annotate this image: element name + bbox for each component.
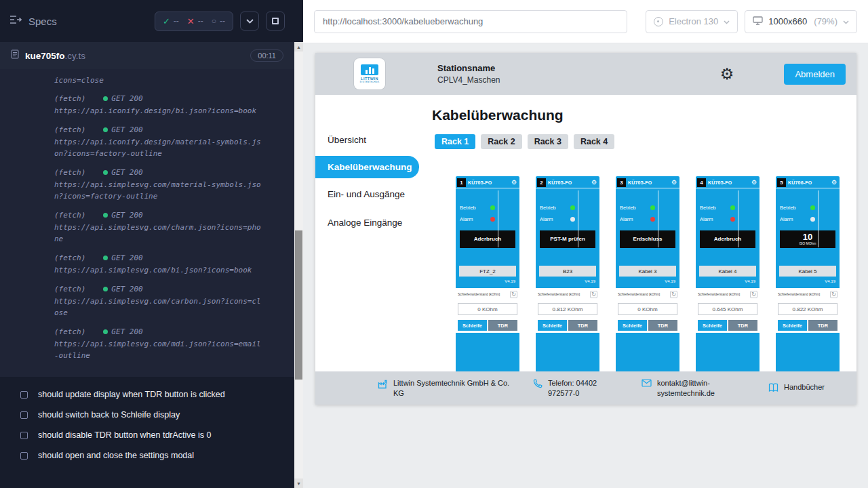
command-log: icons=close (fetch)GET 200 https://api.i… [0,69,294,377]
url-input[interactable] [314,10,627,33]
cable-name-field[interactable]: Kabel 4 [699,266,756,277]
tdr-button[interactable]: TDR [568,320,597,331]
alarm-led [730,217,735,222]
scroll-down-arrow[interactable]: ▼ [294,479,303,488]
tab-rack-2[interactable]: Rack 2 [481,134,521,149]
schleife-button[interactable]: Schleife [778,320,807,331]
betrieb-led [650,205,655,210]
tdr-button[interactable]: TDR [648,320,677,331]
cable-name-field[interactable]: FTZ_2 [459,266,516,277]
card-gear-icon[interactable]: ⚙ [511,180,517,186]
specs-label: Specs [28,16,57,27]
refresh-icon[interactable]: ↻ [750,291,757,298]
log-entry[interactable]: (fetch)GET 200 https://api.simplesvg.com… [54,209,264,245]
measure-value: 0 KOhm [458,303,517,315]
app-window: LITTWIN SYSTEMTECHNIK Stationsname CPLV4… [315,53,856,405]
stop-icon [272,18,279,24]
test-item[interactable]: should open and close the settings modal [11,447,283,464]
cable-name-field[interactable]: Kabel 5 [779,266,836,277]
refresh-icon[interactable]: ↻ [590,291,597,298]
settings-gear-icon[interactable]: ⚙ [720,66,734,82]
status-ok-icon [103,256,108,260]
email-icon [642,379,652,389]
betrieb-led [490,205,495,210]
scrollbar-track[interactable] [294,52,303,479]
tdr-button[interactable]: TDR [728,320,757,331]
status-text: GET 200 [111,124,142,136]
test-runner-sidebar: Specs ✓-- ✕-- ○-- kue705fo.cy.ts 00:11 i… [0,0,294,488]
card-gear-icon[interactable]: ⚙ [671,180,677,186]
test-item[interactable]: should switch back to Schleife display [11,407,283,423]
nav-item-uebersicht[interactable]: Übersicht [315,127,424,152]
footer-manuals[interactable]: Handbücher [768,382,825,394]
log-entry[interactable]: (fetch)GET 200 https://api.simplesvg.com… [54,167,264,202]
status-display: PST-M prüfen [540,230,595,248]
sidebar-scrollbar: ▲ ▼ [294,0,303,488]
schleife-button[interactable]: Schleife [538,320,567,331]
collapse-button[interactable] [240,12,259,30]
sidebar-toggle-icon[interactable] [9,15,22,27]
pending-count: -- [220,16,225,26]
station-name: CPLV4_Maschen [437,75,500,85]
iso-unit: ISO MOhm [799,242,816,246]
spec-file-icon [11,49,19,62]
tab-rack-4[interactable]: Rack 4 [574,134,614,149]
scrollbar-thumb[interactable] [295,230,302,380]
cable-name-field[interactable]: Kabel 3 [619,266,676,277]
card-divider [498,190,498,247]
test-item[interactable]: should update display when TDR button is… [11,386,283,403]
nav-item-analoge-eingaenge[interactable]: Analoge Eingänge [315,210,424,235]
log-entry[interactable]: (fetch)GET 200 https://api.iconify.desig… [54,93,264,117]
card-divider [738,190,738,247]
schleife-button[interactable]: Schleife [618,320,647,331]
card-gear-icon[interactable]: ⚙ [591,180,597,186]
nav-item-ein-ausgaenge[interactable]: Ein- und Ausgänge [315,182,424,207]
device-cards: 1KÜ705-FO⚙ Betrieb Alarm Aderbruch FTZ_2… [456,176,856,371]
test-title: should open and close the settings modal [38,451,194,460]
tdr-button[interactable]: TDR [808,320,837,331]
betrieb-label: Betrieb [620,205,636,211]
schleife-button[interactable]: Schleife [698,320,727,331]
refresh-icon[interactable]: ↻ [670,291,677,298]
tdr-button[interactable]: TDR [488,320,517,331]
station-info: Stationsname CPLV4_Maschen [437,63,500,85]
footer-phone-text: Telefon: 04402 972577-0 [548,378,624,398]
footer-email[interactable]: kontakt@littwin-systemtechnik.de [642,378,751,398]
test-title: should switch back to Schleife display [38,410,180,420]
aut-toolbar: Electron 130 1000x660 (79%) [303,0,868,43]
nav-item-kabelueberwachung[interactable]: Kabelüberwachung [315,156,419,178]
log-entry[interactable]: (fetch)GET 200 https://api.simplesvg.com… [54,252,264,276]
scroll-up-arrow[interactable]: ▲ [294,42,303,52]
log-entry[interactable]: (fetch)GET 200 https://api.simplesvg.com… [54,326,264,361]
card-number: 4 [697,178,706,187]
tab-rack-3[interactable]: Rack 3 [528,134,568,149]
test-item[interactable]: should disable TDR button when tdrActive… [11,427,283,443]
refresh-icon[interactable]: ↻ [830,291,837,298]
log-entry[interactable]: (fetch)GET 200 https://api.simplesvg.com… [54,283,264,319]
chevron-down-icon [724,16,730,26]
spec-file-row[interactable]: kue705fo.cy.ts 00:11 [0,42,294,69]
passed-icon: ✓ [163,16,170,26]
log-entry[interactable]: (fetch)GET 200 https://api.iconify.desig… [54,124,264,159]
betrieb-label: Betrieb [460,205,476,211]
browser-select[interactable]: Electron 130 [646,10,738,33]
card-model: KÜ706-FO [788,180,812,185]
page-content: Kabelüberwachung Rack 1 Rack 2 Rack 3 Ra… [424,95,856,371]
app-footer: Littwin Systemtechnik GmbH & Co. KG Tele… [315,371,856,405]
card-gear-icon[interactable]: ⚙ [831,180,837,186]
stop-button[interactable] [266,12,285,30]
measure-panel: Schleifenwiderstand [kOhm]↻ 0 KOhm Schle… [456,288,519,333]
logout-button[interactable]: Abmelden [784,64,846,85]
status-ok-icon [103,170,108,175]
tab-rack-1[interactable]: Rack 1 [435,134,475,149]
test-title: should disable TDR button when tdrActive… [38,430,211,440]
card-gear-icon[interactable]: ⚙ [751,180,757,186]
log-line-partial: icons=close [54,75,264,86]
refresh-icon[interactable]: ↻ [510,291,517,298]
schleife-button[interactable]: Schleife [458,320,487,331]
viewport-select[interactable]: 1000x660 (79%) [745,10,857,33]
status-display: Aderbruch [700,230,755,248]
cable-name-field[interactable]: B23 [539,266,596,277]
pending-icon: ○ [212,16,216,26]
card-model: KÜ705-FO [548,180,572,185]
